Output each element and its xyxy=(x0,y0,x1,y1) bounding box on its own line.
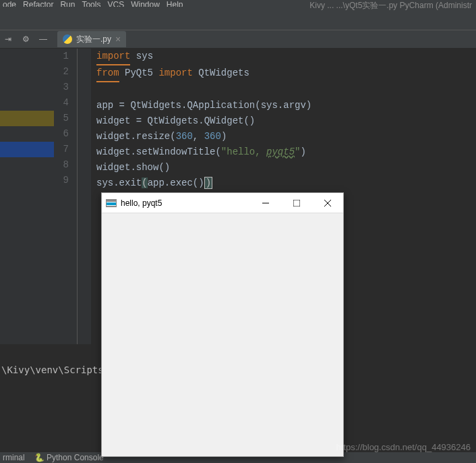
line-number: 2 xyxy=(54,64,69,80)
menu-code[interactable]: ode xyxy=(3,0,16,7)
menu-vcs[interactable]: VCS xyxy=(107,0,124,7)
editor-tab[interactable]: 实验一.py × xyxy=(57,31,126,47)
menu-refactor[interactable]: Refactor xyxy=(23,0,53,7)
line-number: 8 xyxy=(54,157,69,173)
line-number: 5 xyxy=(54,111,69,126)
code-line: sys.exit(app.exec()) xyxy=(91,175,476,191)
breadcrumb: Kivy ... ...\yQt5实验一.py PyCharm (Adminis… xyxy=(309,0,472,11)
tab-filename: 实验一.py xyxy=(76,34,111,45)
code-line: app = QtWidgets.QApplication(sys.argv) xyxy=(91,98,476,113)
line-numbers-gutter: 1 2 3 4 5 6 7 8 9 xyxy=(54,49,74,344)
svg-rect-1 xyxy=(293,200,300,207)
code-line: widget = QtWidgets.QWidget() xyxy=(91,113,476,129)
line-number: 6 xyxy=(54,126,69,142)
terminal-tool-button[interactable]: rminal xyxy=(3,453,25,462)
menu-window[interactable]: Window xyxy=(131,0,160,7)
code-line: import sys xyxy=(91,49,476,65)
terminal-output[interactable]: \Kivy\venv\Scripts\ xyxy=(1,364,109,375)
code-line xyxy=(91,82,476,98)
minimize-tool-icon[interactable]: — xyxy=(38,34,49,45)
close-tab-icon[interactable]: × xyxy=(115,34,121,45)
editor-tab-bar: 实验一.py × xyxy=(57,30,126,49)
python-console-button[interactable]: 🐍 Python Console xyxy=(34,453,104,462)
gear-icon[interactable]: ⚙ xyxy=(20,34,31,45)
menu-tools[interactable]: Tools xyxy=(82,0,100,7)
left-margin xyxy=(0,49,54,344)
menu-run[interactable]: Run xyxy=(60,0,75,7)
soft-wrap-icon[interactable]: ⇥ xyxy=(3,34,13,45)
fold-gutter xyxy=(74,49,91,344)
code-line: widget.show() xyxy=(91,160,476,175)
line-number: 3 xyxy=(54,80,69,95)
pyqt-window-icon xyxy=(106,199,117,207)
maximize-button[interactable] xyxy=(281,193,312,213)
menu-help[interactable]: Help xyxy=(167,0,183,7)
python-file-icon xyxy=(63,34,72,44)
line-number: 1 xyxy=(54,49,69,64)
watermark-text: https://blog.csdn.net/qq_44936246 xyxy=(336,442,471,452)
pyqt-titlebar[interactable]: hello, pyqt5 xyxy=(102,193,343,213)
pyqt-window-title: hello, pyqt5 xyxy=(121,198,162,208)
minimize-button[interactable] xyxy=(250,193,281,213)
pyqt-app-window[interactable]: hello, pyqt5 xyxy=(101,192,344,457)
close-button[interactable] xyxy=(312,193,343,213)
line-number: 9 xyxy=(54,173,69,188)
code-line: widget.resize(360, 360) xyxy=(91,129,476,144)
line-number: 4 xyxy=(54,95,69,111)
code-line: from PyQt5 import QtWidgets xyxy=(91,65,476,82)
code-line: widget.setWindowTitle("hello, pyqt5") xyxy=(91,144,476,160)
line-number: 7 xyxy=(54,142,69,157)
